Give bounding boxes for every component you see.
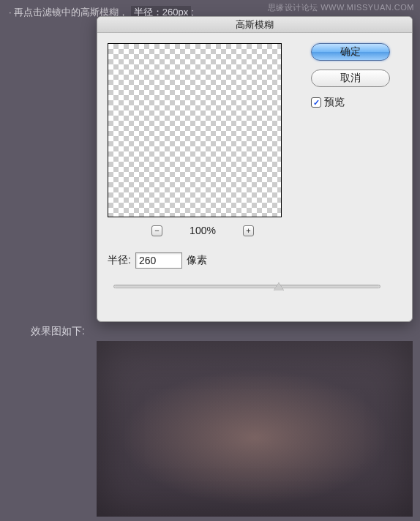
zoom-percent: 100% xyxy=(184,225,221,236)
radius-slider[interactable] xyxy=(113,280,380,293)
preview-checkbox[interactable]: ✓ xyxy=(311,97,321,108)
cancel-button[interactable]: 取消 xyxy=(311,70,390,87)
zoom-controls: − 100% + xyxy=(108,225,298,236)
zoom-in-button[interactable]: + xyxy=(243,225,254,236)
result-label: 效果图如下: xyxy=(31,325,85,338)
watermark-text: 思缘设计论坛 WWW.MISSYUAN.COM xyxy=(268,2,414,13)
radius-row: 半径: 像素 xyxy=(108,252,298,269)
preview-checkbox-label: 预览 xyxy=(324,96,345,109)
slider-track xyxy=(113,285,380,288)
dialog-title: 高斯模糊 xyxy=(97,17,412,33)
dialog-left-column: − 100% + 半径: 像素 xyxy=(108,43,298,293)
radius-label: 半径: xyxy=(108,254,131,267)
ok-button[interactable]: 确定 xyxy=(311,43,390,61)
preview-checkbox-row[interactable]: ✓ 预览 xyxy=(311,96,391,109)
dialog-body: − 100% + 半径: 像素 确定 取消 ✓ 预览 xyxy=(97,33,412,301)
gaussian-blur-dialog: 高斯模糊 − 100% + 半径: 像素 确定 取消 ✓ 预览 xyxy=(97,16,413,322)
radius-input[interactable] xyxy=(135,252,182,269)
preview-canvas[interactable] xyxy=(108,43,282,217)
radius-unit: 像素 xyxy=(187,254,207,267)
zoom-out-button[interactable]: − xyxy=(151,225,162,236)
slider-thumb[interactable] xyxy=(274,282,284,291)
dialog-right-column: 确定 取消 ✓ 预览 xyxy=(311,43,391,293)
result-preview-image xyxy=(97,341,413,517)
